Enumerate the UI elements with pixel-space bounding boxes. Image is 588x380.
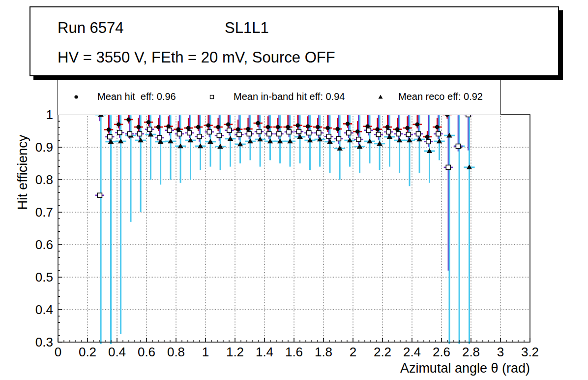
x-tick-label: 2.4 <box>403 345 421 359</box>
marker-open-square <box>456 144 460 149</box>
y-tick-label: 0.6 <box>35 237 53 252</box>
marker-filled-circle <box>295 123 300 127</box>
legend-box: Mean hit eff: 0.96 Mean in-band hit eff:… <box>58 79 501 115</box>
x-tick-label: 2 <box>350 345 356 359</box>
marker-filled-circle <box>126 118 131 122</box>
x-tick-label: 0.4 <box>108 345 126 359</box>
marker-open-square <box>326 134 331 139</box>
marker-filled-circle <box>206 123 210 127</box>
marker-filled-circle <box>385 125 390 129</box>
x-tick-label: 0.8 <box>167 345 185 359</box>
marker-filled-circle <box>216 125 220 129</box>
marker-open-square <box>157 135 162 140</box>
y-tick-label: 0.7 <box>35 205 53 220</box>
marker-open-square <box>396 131 401 136</box>
marker-filled-circle <box>405 126 410 130</box>
x-tick-label: 3.2 <box>521 345 539 359</box>
open-square-icon <box>208 93 216 101</box>
marker-open-square <box>376 132 381 137</box>
root-canvas: 00.20.40.60.811.21.41.61.822.22.42.62.83… <box>0 0 588 380</box>
marker-open-square <box>197 134 202 139</box>
marker-open-square <box>307 130 311 135</box>
marker-filled-circle <box>107 127 111 132</box>
y-tick-label: 0.5 <box>35 270 53 285</box>
marker-filled-circle <box>256 121 260 126</box>
marker-open-square <box>118 130 122 135</box>
marker-filled-circle <box>395 127 400 131</box>
title-line1: Run 6574SL1L1 <box>58 19 123 37</box>
marker-open-square <box>347 130 351 135</box>
x-tick-label: 2.8 <box>462 345 480 359</box>
marker-filled-circle <box>226 123 231 127</box>
marker-open-square <box>167 128 172 132</box>
x-tick-label: 3 <box>497 345 504 359</box>
marker-open-square <box>406 132 411 137</box>
marker-open-square <box>217 133 221 138</box>
x-tick-label: 2.6 <box>433 345 450 359</box>
marker-open-square <box>267 131 271 136</box>
filled-circle-icon <box>72 93 80 101</box>
title-chamber-label: SL1L1 <box>225 19 269 37</box>
marker-filled-circle <box>166 124 171 128</box>
marker-open-square <box>247 131 251 136</box>
marker-open-square <box>127 131 132 136</box>
title-run-number: Run 6574 <box>58 19 123 36</box>
marker-filled-circle <box>246 127 250 131</box>
y-tick-label: 0.4 <box>35 302 53 317</box>
marker-filled-circle <box>196 125 201 129</box>
marker-open-square <box>257 129 261 134</box>
x-tick-label: 0.2 <box>79 345 96 359</box>
marker-open-square <box>177 131 181 136</box>
x-tick-label: 1.8 <box>315 345 332 359</box>
x-tick-label: 1 <box>202 345 209 359</box>
filled-triangle-icon <box>377 93 384 101</box>
marker-filled-circle <box>306 124 310 128</box>
marker-open-square <box>287 129 291 134</box>
marker-filled-circle <box>276 125 280 129</box>
marker-open-square <box>336 136 341 141</box>
data-markers <box>97 112 472 197</box>
marker-filled-circle <box>415 123 419 127</box>
marker-filled-circle <box>236 127 240 131</box>
marker-filled-circle <box>325 126 330 130</box>
x-tick-label: 0.6 <box>138 345 155 359</box>
marker-open-square <box>108 134 112 139</box>
marker-open-square <box>207 129 211 134</box>
title-conditions: HV = 3550 V, FEth = 20 mV, Source OFF <box>58 49 335 66</box>
y-tick-label: 0.8 <box>35 172 53 187</box>
marker-open-square <box>426 139 431 144</box>
y-tick-label: 0.3 <box>35 335 53 349</box>
x-tick-label: 0 <box>55 345 61 359</box>
y-axis-title: Hit efficiency <box>15 135 30 210</box>
marker-open-square <box>386 129 391 134</box>
marker-filled-circle <box>346 122 350 126</box>
marker-open-square <box>237 132 241 137</box>
x-axis-title: Azimutal angle θ (rad) <box>400 361 530 376</box>
marker-open-square <box>277 131 281 136</box>
marker-filled-circle <box>335 127 340 131</box>
marker-filled-circle <box>176 127 180 131</box>
marker-filled-circle <box>355 129 360 134</box>
marker-filled-circle <box>435 125 440 129</box>
marker-open-square <box>366 128 371 132</box>
marker-filled-circle <box>136 125 141 129</box>
marker-open-square <box>446 165 450 169</box>
x-tick-label: 1.4 <box>256 345 273 359</box>
marker-open-square <box>416 131 420 136</box>
marker-filled-circle <box>186 126 191 130</box>
marker-filled-circle <box>147 120 151 125</box>
x-tick-label: 1.2 <box>226 345 244 359</box>
marker-open-square <box>147 127 152 131</box>
marker-filled-circle <box>425 135 430 139</box>
marker-filled-circle <box>156 125 161 129</box>
marker-open-square <box>187 130 192 135</box>
marker-open-square <box>317 130 321 135</box>
y-tick-label: 0.9 <box>35 140 53 155</box>
x-tick-label: 2.2 <box>374 345 391 359</box>
marker-open-square <box>137 131 142 136</box>
marker-open-square <box>227 128 232 132</box>
marker-filled-circle <box>316 125 320 129</box>
legend-label-hit: Mean hit eff: 0.96 <box>97 91 176 102</box>
marker-open-square <box>296 129 301 134</box>
marker-filled-circle <box>117 123 121 127</box>
